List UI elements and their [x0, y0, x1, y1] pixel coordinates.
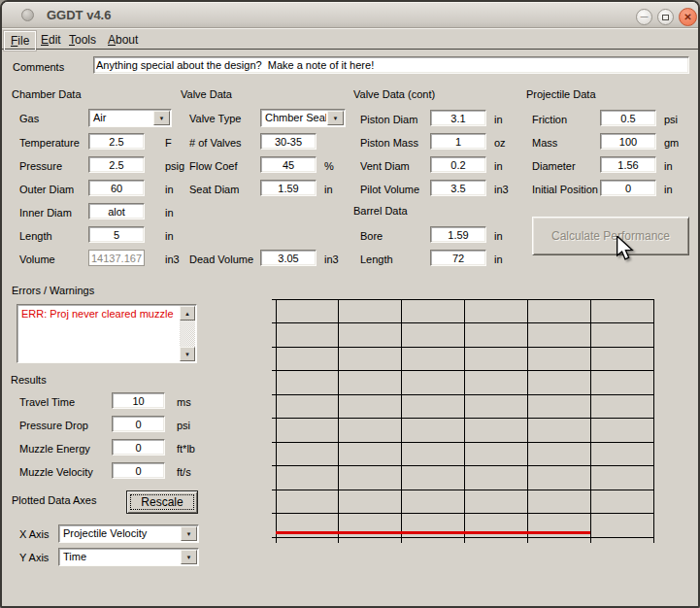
chevron-down-icon[interactable]: ▼ — [181, 550, 197, 564]
barrel-length-input[interactable] — [430, 250, 486, 266]
minimize-button[interactable]: — — [636, 9, 652, 25]
muzzle-velocity-unit: ft/s — [177, 466, 191, 478]
bore-label: Bore — [360, 230, 383, 242]
calculate-performance-label: Calculate Performance — [551, 229, 670, 243]
seat-diam-label: Seat Diam — [189, 184, 239, 195]
friction-input[interactable] — [600, 110, 656, 126]
window-title: GGDT v4.6 — [47, 8, 111, 22]
volume-label: Volume — [19, 253, 55, 265]
inner-diam-input[interactable] — [88, 203, 145, 220]
friction-unit: psi — [664, 114, 678, 125]
flow-coef-input[interactable] — [260, 156, 317, 173]
pressure-drop-field[interactable] — [112, 416, 165, 432]
piston-diam-input[interactable] — [430, 110, 486, 126]
pressure-unit: psig — [165, 160, 184, 172]
mass-input[interactable] — [600, 133, 656, 150]
close-button[interactable]: ✕ — [679, 8, 697, 26]
bore-input[interactable] — [430, 226, 486, 243]
chevron-down-icon[interactable]: ▼ — [181, 526, 197, 541]
initial-position-input[interactable] — [600, 180, 656, 196]
inner-diam-label: Inner Diam — [19, 207, 72, 219]
chamber-length-input[interactable] — [88, 226, 145, 243]
chevron-down-icon[interactable]: ▼ — [153, 111, 170, 125]
chevron-down-icon[interactable]: ▼ — [327, 111, 344, 125]
piston-mass-input[interactable] — [430, 133, 486, 150]
errors-scrollbar[interactable]: ▲ ▼ — [180, 306, 195, 361]
vent-diam-input[interactable] — [430, 156, 486, 173]
muzzle-energy-field[interactable] — [112, 439, 165, 456]
rescale-button[interactable]: Rescale — [126, 490, 198, 514]
pilot-volume-label: Pilot Volume — [360, 184, 419, 195]
initial-position-label: Initial Position — [532, 184, 598, 195]
title-bar[interactable]: GGDT v4.6 — ✕ — [2, 2, 698, 28]
barrel-length-unit: in — [494, 253, 503, 265]
scroll-up-icon[interactable]: ▲ — [180, 306, 195, 321]
volume-output — [88, 250, 145, 266]
gas-label: Gas — [19, 113, 39, 124]
pressure-input[interactable] — [88, 156, 145, 173]
initial-position-unit: in — [664, 184, 673, 195]
volume-unit: in3 — [165, 253, 180, 265]
diameter-unit: in — [664, 160, 673, 172]
muzzle-velocity-label: Muzzle Velocity — [19, 466, 93, 478]
friction-label: Friction — [532, 114, 567, 125]
calculate-performance-button[interactable]: Calculate Performance — [532, 217, 689, 255]
temperature-input[interactable] — [88, 133, 145, 150]
inner-diam-unit: in — [165, 207, 174, 219]
valve-data-title: Valve Data — [181, 88, 232, 100]
chamber-data-title: Chamber Data — [12, 88, 82, 100]
outer-diam-input[interactable] — [88, 180, 145, 196]
travel-time-label: Travel Time — [19, 396, 75, 408]
x-axis-select[interactable]: Projectile Velocity ▼ — [58, 524, 199, 543]
seat-diam-input[interactable] — [260, 180, 317, 196]
y-axis-select[interactable]: Time ▼ — [58, 548, 199, 566]
menu-about[interactable]: About — [102, 31, 144, 49]
pressure-drop-unit: psi — [177, 420, 190, 431]
menu-edit[interactable]: Edit — [35, 31, 67, 49]
app-window: GGDT v4.6 — ✕ File Edit Tools About Comm… — [0, 0, 700, 608]
scroll-down-icon[interactable]: ▼ — [180, 347, 195, 361]
chamber-length-unit: in — [165, 230, 174, 242]
menu-bar: File Edit Tools About — [2, 28, 698, 50]
mass-label: Mass — [532, 137, 557, 149]
diameter-input[interactable] — [600, 156, 656, 173]
valve-type-value: Chmber Seal — [261, 110, 326, 126]
piston-mass-label: Piston Mass — [360, 137, 418, 149]
outer-diam-unit: in — [165, 184, 174, 195]
barrel-data-title: Barrel Data — [353, 205, 408, 217]
rescale-label: Rescale — [141, 495, 183, 509]
muzzle-velocity-field[interactable] — [112, 462, 165, 479]
valve-type-select[interactable]: Chmber Seal ▼ — [260, 109, 346, 127]
app-icon — [21, 9, 34, 21]
maximize-button[interactable] — [657, 9, 674, 25]
pilot-volume-input[interactable] — [430, 180, 486, 196]
barrel-length-label: Length — [360, 253, 393, 265]
y-axis-label: Y Axis — [19, 552, 49, 563]
errors-listbox[interactable]: ERR: Proj never cleared muzzle ▲ ▼ — [17, 304, 197, 363]
plot-grid — [271, 297, 661, 546]
menu-file[interactable]: File — [4, 31, 36, 51]
menu-tools[interactable]: Tools — [63, 31, 102, 49]
y-axis-value: Time — [59, 549, 180, 565]
minimize-icon: — — [641, 12, 649, 20]
travel-time-field[interactable] — [112, 392, 165, 409]
temperature-unit: F — [165, 137, 172, 149]
gas-select[interactable]: Air ▼ — [88, 109, 172, 127]
outer-diam-label: Outer Diam — [19, 184, 74, 195]
valve-data-cont-title: Valve Data (cont) — [353, 88, 435, 100]
piston-mass-unit: oz — [494, 137, 506, 149]
dead-volume-label: Dead Volume — [189, 253, 253, 265]
flow-coef-unit: % — [324, 160, 334, 172]
travel-time-unit: ms — [177, 396, 191, 408]
pressure-drop-label: Pressure Drop — [19, 420, 88, 431]
comments-input[interactable] — [93, 56, 689, 74]
dead-volume-input[interactable] — [260, 250, 317, 266]
mass-unit: gm — [664, 137, 679, 149]
piston-diam-unit: in — [494, 114, 503, 125]
num-valves-input[interactable] — [260, 133, 317, 150]
x-axis-label: X Axis — [19, 528, 50, 540]
comments-label: Comments — [13, 61, 64, 73]
piston-diam-label: Piston Diam — [360, 114, 417, 125]
plotted-axes-title: Plotted Data Axes — [12, 494, 96, 506]
pressure-label: Pressure — [19, 160, 62, 172]
